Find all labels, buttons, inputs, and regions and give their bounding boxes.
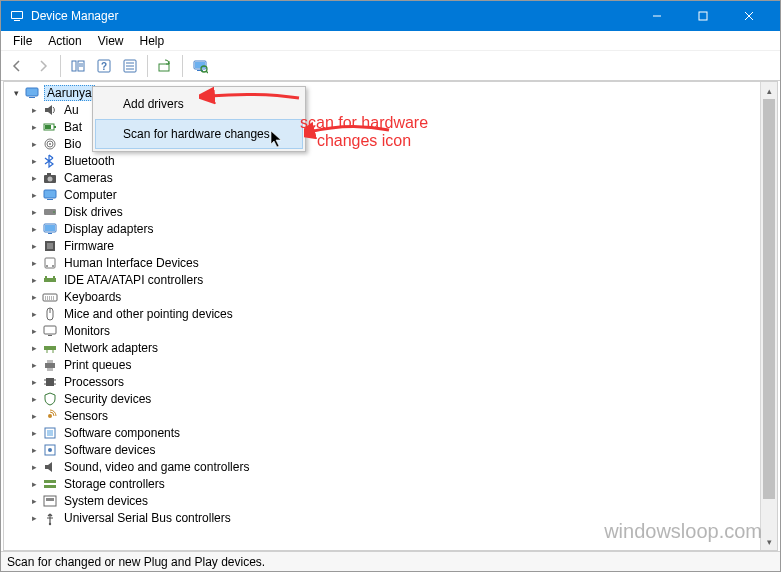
chevron-right-icon[interactable]: ▸ bbox=[28, 342, 40, 354]
scroll-down-button[interactable]: ▾ bbox=[761, 533, 777, 550]
svg-rect-1 bbox=[12, 12, 22, 18]
tree-item[interactable]: ▸ Mice and other pointing devices bbox=[26, 305, 777, 322]
statusbar-text: Scan for changed or new Plug and Play de… bbox=[7, 555, 265, 569]
svg-point-32 bbox=[48, 176, 53, 181]
scrollbar-thumb[interactable] bbox=[763, 99, 775, 499]
show-hidden-button[interactable] bbox=[66, 54, 90, 78]
tree-item[interactable]: ▸ Storage controllers bbox=[26, 475, 777, 492]
tree-item[interactable]: ▸ Processors bbox=[26, 373, 777, 390]
tree-item[interactable]: ▸ Keyboards bbox=[26, 288, 777, 305]
printer-icon bbox=[42, 357, 58, 373]
svg-rect-47 bbox=[45, 276, 47, 278]
chevron-right-icon[interactable]: ▸ bbox=[28, 444, 40, 456]
chevron-right-icon[interactable]: ▸ bbox=[28, 257, 40, 269]
tree-item-label: System devices bbox=[62, 494, 150, 508]
tree-item[interactable]: ▸ Monitors bbox=[26, 322, 777, 339]
vertical-scrollbar[interactable]: ▴ ▾ bbox=[760, 82, 777, 550]
tree-item[interactable]: ▸ Print queues bbox=[26, 356, 777, 373]
storage-icon bbox=[42, 476, 58, 492]
tree-item[interactable]: ▸ Computer bbox=[26, 186, 777, 203]
keyboard-icon bbox=[42, 289, 58, 305]
tree-item[interactable]: ▸ Software components bbox=[26, 424, 777, 441]
back-button[interactable] bbox=[5, 54, 29, 78]
tree-item[interactable]: ▸ Firmware bbox=[26, 237, 777, 254]
chevron-right-icon[interactable]: ▸ bbox=[28, 274, 40, 286]
svg-rect-4 bbox=[699, 12, 707, 20]
svg-rect-60 bbox=[45, 363, 55, 368]
menu-help[interactable]: Help bbox=[132, 33, 173, 49]
tree-item-label: Storage controllers bbox=[62, 477, 167, 491]
chevron-right-icon[interactable]: ▸ bbox=[28, 427, 40, 439]
menu-file[interactable]: File bbox=[5, 33, 40, 49]
svg-rect-23 bbox=[26, 88, 38, 96]
svg-rect-74 bbox=[44, 485, 56, 488]
toolbar: ? bbox=[1, 51, 780, 81]
tree-item[interactable]: ▸ Disk drives bbox=[26, 203, 777, 220]
chevron-right-icon[interactable]: ▸ bbox=[28, 461, 40, 473]
minimize-button[interactable] bbox=[634, 1, 680, 31]
tree-item[interactable]: ▸ Bluetooth bbox=[26, 152, 777, 169]
tree-item[interactable]: ▸ Software devices bbox=[26, 441, 777, 458]
menu-action[interactable]: Action bbox=[40, 33, 89, 49]
scan-hardware-button[interactable] bbox=[188, 54, 212, 78]
maximize-button[interactable] bbox=[680, 1, 726, 31]
tree-item[interactable]: ▸ System devices bbox=[26, 492, 777, 509]
tree-item[interactable]: ▸ Sensors bbox=[26, 407, 777, 424]
menu-add-drivers[interactable]: Add drivers bbox=[95, 89, 303, 119]
chevron-right-icon[interactable]: ▸ bbox=[28, 172, 40, 184]
chevron-right-icon[interactable]: ▸ bbox=[28, 155, 40, 167]
tree-item[interactable]: ▸ Security devices bbox=[26, 390, 777, 407]
svg-point-77 bbox=[49, 522, 51, 524]
help-button[interactable]: ? bbox=[92, 54, 116, 78]
tree-item-label: Human Interface Devices bbox=[62, 256, 201, 270]
chevron-right-icon[interactable]: ▸ bbox=[28, 189, 40, 201]
update-driver-button[interactable] bbox=[153, 54, 177, 78]
chevron-down-icon[interactable]: ▾ bbox=[10, 87, 22, 99]
svg-point-45 bbox=[52, 265, 54, 267]
chevron-right-icon[interactable]: ▸ bbox=[28, 376, 40, 388]
device-manager-icon bbox=[9, 8, 25, 24]
chevron-right-icon[interactable]: ▸ bbox=[28, 291, 40, 303]
chevron-right-icon[interactable]: ▸ bbox=[28, 478, 40, 490]
tree-item-label: Software devices bbox=[62, 443, 157, 457]
chevron-right-icon[interactable]: ▸ bbox=[28, 495, 40, 507]
chevron-right-icon[interactable]: ▸ bbox=[28, 240, 40, 252]
disk-icon bbox=[42, 204, 58, 220]
ide-icon bbox=[42, 272, 58, 288]
chevron-right-icon[interactable]: ▸ bbox=[28, 308, 40, 320]
chevron-right-icon[interactable]: ▸ bbox=[28, 393, 40, 405]
tree-item-label: Sensors bbox=[62, 409, 110, 423]
audio-icon bbox=[42, 102, 58, 118]
menu-view[interactable]: View bbox=[90, 33, 132, 49]
window-title: Device Manager bbox=[31, 9, 118, 23]
tree-item[interactable]: ▸ Network adapters bbox=[26, 339, 777, 356]
tree-item-label: Display adapters bbox=[62, 222, 155, 236]
close-button[interactable] bbox=[726, 1, 772, 31]
firmware-icon bbox=[42, 238, 58, 254]
chevron-right-icon[interactable]: ▸ bbox=[28, 223, 40, 235]
scroll-up-button[interactable]: ▴ bbox=[761, 82, 777, 99]
chevron-right-icon[interactable]: ▸ bbox=[28, 359, 40, 371]
chevron-right-icon[interactable]: ▸ bbox=[28, 104, 40, 116]
chevron-right-icon[interactable]: ▸ bbox=[28, 121, 40, 133]
svg-rect-39 bbox=[45, 225, 55, 231]
svg-point-68 bbox=[48, 414, 52, 418]
tree-item[interactable]: ▸ Human Interface Devices bbox=[26, 254, 777, 271]
tree-item[interactable]: ▸ Display adapters bbox=[26, 220, 777, 237]
menu-item-label: Scan for hardware changes bbox=[123, 127, 270, 141]
tree-item[interactable]: ▸ Sound, video and game controllers bbox=[26, 458, 777, 475]
mouse-icon bbox=[42, 306, 58, 322]
tree-item-label: Print queues bbox=[62, 358, 133, 372]
monitor-icon bbox=[42, 323, 58, 339]
svg-line-22 bbox=[206, 71, 208, 73]
tree-item[interactable]: ▸ Cameras bbox=[26, 169, 777, 186]
chevron-right-icon[interactable]: ▸ bbox=[28, 325, 40, 337]
properties-button[interactable] bbox=[118, 54, 142, 78]
svg-rect-48 bbox=[53, 276, 55, 278]
chevron-right-icon[interactable]: ▸ bbox=[28, 206, 40, 218]
chevron-right-icon[interactable]: ▸ bbox=[28, 512, 40, 524]
forward-button[interactable] bbox=[31, 54, 55, 78]
tree-item[interactable]: ▸ IDE ATA/ATAPI controllers bbox=[26, 271, 777, 288]
chevron-right-icon[interactable]: ▸ bbox=[28, 138, 40, 150]
chevron-right-icon[interactable]: ▸ bbox=[28, 410, 40, 422]
